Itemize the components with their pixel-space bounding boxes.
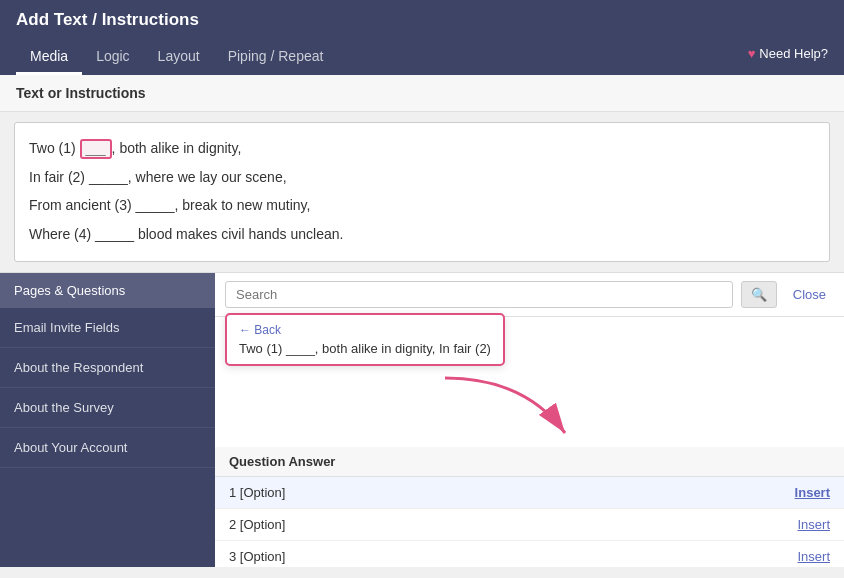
piping-callout: Back Two (1) ____, both alike in dignity… — [225, 313, 505, 366]
tab-logic[interactable]: Logic — [82, 40, 143, 75]
table-row: 2 [Option] Insert — [215, 509, 844, 541]
sidebar-item-about-account[interactable]: About Your Account — [0, 428, 215, 468]
sidebar-header: Pages & Questions — [0, 273, 215, 308]
table-row: 3 [Option] Insert — [215, 541, 844, 567]
text-line-2: In fair (2) _____, where we lay our scen… — [29, 164, 815, 191]
back-link[interactable]: Back — [239, 323, 491, 337]
text-editor[interactable]: Two (1) ___, both alike in dignity, In f… — [14, 122, 830, 262]
table-row: 1 [Option] Insert — [215, 477, 844, 509]
search-input[interactable] — [225, 281, 733, 308]
table-header: Question Answer — [215, 447, 844, 477]
table-area: Question Answer 1 [Option] Insert 2 [Opt… — [215, 447, 844, 567]
need-help-button[interactable]: ♥ Need Help? — [748, 46, 828, 69]
row-label-3: 3 [Option] — [229, 549, 285, 564]
close-button[interactable]: Close — [785, 282, 834, 307]
sidebar: Pages & Questions Email Invite Fields Ab… — [0, 273, 215, 567]
search-bar: 🔍 Close — [215, 273, 844, 317]
sidebar-item-about-respondent[interactable]: About the Respondent — [0, 348, 215, 388]
main-content: 🔍 Close Back Two (1) ____, both alike in… — [215, 273, 844, 567]
bottom-panel: Pages & Questions Email Invite Fields Ab… — [0, 272, 844, 567]
insert-button-3[interactable]: Insert — [797, 549, 830, 564]
insert-button-2[interactable]: Insert — [797, 517, 830, 532]
text-line-1: Two (1) ___, both alike in dignity, — [29, 135, 815, 162]
tab-media[interactable]: Media — [16, 40, 82, 75]
text-line-4: Where (4) _____ blood makes civil hands … — [29, 221, 815, 248]
arrow-indicator — [425, 368, 585, 451]
row-label-2: 2 [Option] — [229, 517, 285, 532]
tab-piping-repeat[interactable]: Piping / Repeat — [214, 40, 338, 75]
callout-text: Two (1) ____, both alike in dignity, In … — [239, 341, 491, 356]
text-line-3: From ancient (3) _____, break to new mut… — [29, 192, 815, 219]
sidebar-item-about-survey[interactable]: About the Survey — [0, 388, 215, 428]
sidebar-item-email-invite[interactable]: Email Invite Fields — [0, 308, 215, 348]
search-button[interactable]: 🔍 — [741, 281, 777, 308]
section-label: Text or Instructions — [0, 75, 844, 112]
row-label-1: 1 [Option] — [229, 485, 285, 500]
pipe-field-1[interactable]: ___ — [80, 139, 112, 159]
tab-bar: Media Logic Layout Piping / Repeat ♥ Nee… — [16, 40, 828, 75]
page-title: Add Text / Instructions — [16, 10, 828, 30]
app-header: Add Text / Instructions Media Logic Layo… — [0, 0, 844, 75]
insert-button-1[interactable]: Insert — [795, 485, 830, 500]
tab-layout[interactable]: Layout — [144, 40, 214, 75]
heart-icon: ♥ — [748, 46, 756, 61]
